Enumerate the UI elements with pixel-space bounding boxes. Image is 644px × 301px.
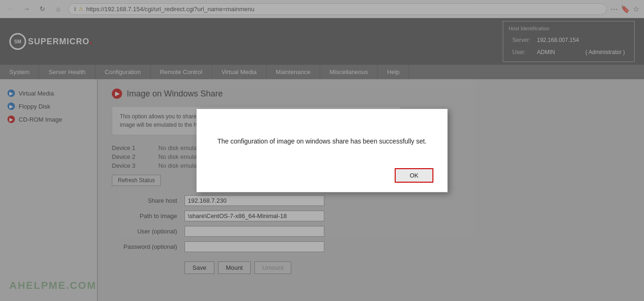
dialog-overlay: The configuration of image on windows sh…	[0, 0, 644, 301]
dialog-ok-button[interactable]: OK	[395, 168, 433, 183]
dialog-box: The configuration of image on windows sh…	[196, 109, 448, 192]
dialog-message: The configuration of image on windows sh…	[211, 123, 433, 168]
dialog-footer: OK	[211, 168, 433, 183]
